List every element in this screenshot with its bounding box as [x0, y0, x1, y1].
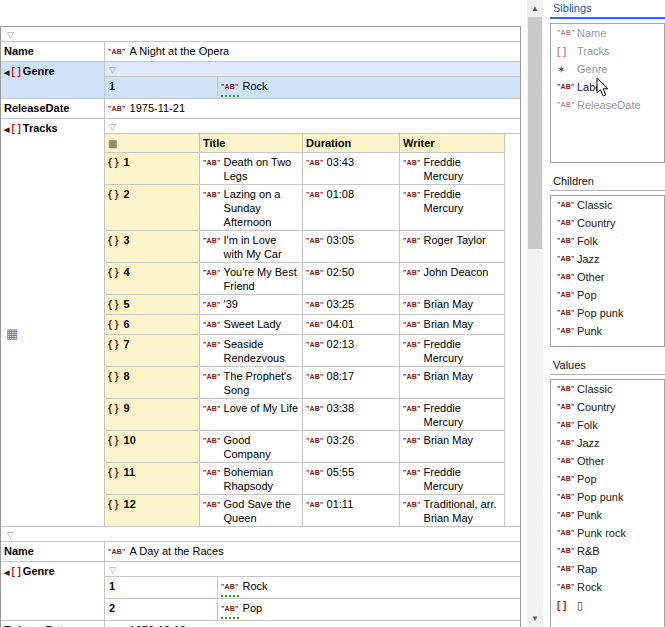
- track-title-cell[interactable]: Sweet Lady: [200, 315, 303, 334]
- track-index-cell[interactable]: 10: [105, 431, 200, 462]
- list-item[interactable]: Other: [551, 268, 664, 286]
- list-item[interactable]: Rock: [551, 578, 664, 596]
- releasedate-field-value[interactable]: 1975-11-21: [105, 99, 520, 118]
- releasedate-field-value[interactable]: 1976-12-10: [105, 621, 520, 627]
- track-duration-cell[interactable]: 03:38: [303, 399, 400, 430]
- list-item[interactable]: Pop punk: [551, 488, 664, 506]
- track-title-cell[interactable]: The Prophet's Song: [200, 367, 303, 398]
- name-field-label[interactable]: Name: [1, 42, 105, 61]
- tracks-field-label[interactable]: Tracks: [1, 119, 105, 526]
- track-writer-cell[interactable]: Brian May: [400, 431, 505, 462]
- releasedate-field-label[interactable]: ReleaseDate: [1, 621, 105, 627]
- genre-index-cell[interactable]: 2: [105, 599, 218, 620]
- track-title-cell[interactable]: Good Company: [200, 431, 303, 462]
- genre-filter-row[interactable]: [105, 562, 520, 577]
- list-item[interactable]: Other: [551, 452, 664, 470]
- track-title-cell[interactable]: Death on Two Legs: [200, 153, 303, 184]
- track-title-cell[interactable]: Bohemian Rhapsody: [200, 463, 303, 494]
- track-title-cell[interactable]: '39: [200, 295, 303, 314]
- track-duration-cell[interactable]: 03:26: [303, 431, 400, 462]
- scroll-up-button[interactable]: [527, 0, 543, 17]
- track-writer-cell[interactable]: John Deacon: [400, 263, 505, 294]
- releasedate-field-label[interactable]: ReleaseDate: [1, 99, 105, 118]
- list-item[interactable]: Pop punk: [551, 304, 664, 322]
- list-item[interactable]: Country: [551, 398, 664, 416]
- tracks-filter-row[interactable]: [105, 119, 520, 134]
- corner-header-cell[interactable]: [105, 134, 200, 152]
- track-duration-cell[interactable]: 03:43: [303, 153, 400, 184]
- list-item[interactable]: Genre: [551, 60, 664, 78]
- name-field-label[interactable]: Name: [1, 542, 105, 561]
- list-item[interactable]: Classic: [551, 196, 664, 214]
- track-index-cell[interactable]: 9: [105, 399, 200, 430]
- track-duration-cell[interactable]: 08:17: [303, 367, 400, 398]
- track-index-cell[interactable]: 1: [105, 153, 200, 184]
- track-duration-cell[interactable]: 03:05: [303, 231, 400, 262]
- track-index-cell[interactable]: 8: [105, 367, 200, 398]
- list-item[interactable]: Classic: [551, 380, 664, 398]
- genre-field-label[interactable]: Genre: [1, 62, 105, 98]
- track-index-cell[interactable]: 3: [105, 231, 200, 262]
- track-writer-cell[interactable]: Freddie Mercury: [400, 185, 505, 230]
- genre-index-cell[interactable]: 1: [105, 577, 218, 598]
- list-item[interactable]: Rap: [551, 560, 664, 578]
- album1-filter-row[interactable]: [1, 27, 520, 42]
- list-item[interactable]: Name: [551, 24, 664, 42]
- track-duration-cell[interactable]: 04:01: [303, 315, 400, 334]
- track-index-cell[interactable]: 12: [105, 495, 200, 526]
- title-column-header[interactable]: Title: [200, 134, 303, 152]
- track-writer-cell[interactable]: Freddie Mercury: [400, 153, 505, 184]
- genre-index-cell[interactable]: 1: [105, 77, 218, 98]
- track-duration-cell[interactable]: 02:13: [303, 335, 400, 366]
- collapse-icon[interactable]: [4, 564, 9, 580]
- writer-column-header[interactable]: Writer: [400, 134, 505, 152]
- track-title-cell[interactable]: Love of My Life: [200, 399, 303, 430]
- track-title-cell[interactable]: You're My Best Friend: [200, 263, 303, 294]
- scroll-down-button[interactable]: [527, 610, 543, 627]
- track-index-cell[interactable]: 4: [105, 263, 200, 294]
- track-index-cell[interactable]: 2: [105, 185, 200, 230]
- track-index-cell[interactable]: 7: [105, 335, 200, 366]
- collapse-icon[interactable]: [4, 121, 9, 137]
- duration-column-header[interactable]: Duration: [303, 134, 400, 152]
- track-writer-cell[interactable]: Freddie Mercury: [400, 399, 505, 430]
- track-writer-cell[interactable]: Freddie Mercury: [400, 335, 505, 366]
- track-title-cell[interactable]: Lazing on a Sunday Afternoon: [200, 185, 303, 230]
- track-writer-cell[interactable]: Roger Taylor: [400, 231, 505, 262]
- table-view-icon[interactable]: [6, 327, 102, 341]
- list-item[interactable]: ▯: [551, 596, 664, 614]
- list-item[interactable]: Country: [551, 214, 664, 232]
- track-duration-cell[interactable]: 01:08: [303, 185, 400, 230]
- list-item[interactable]: Label: [551, 78, 664, 96]
- list-item[interactable]: ReleaseDate: [551, 96, 664, 114]
- list-item[interactable]: Pop: [551, 286, 664, 304]
- track-index-cell[interactable]: 6: [105, 315, 200, 334]
- album2-filter-row[interactable]: [1, 527, 520, 542]
- name-field-value[interactable]: A Day at the Races: [105, 542, 520, 561]
- list-item[interactable]: Punk rock: [551, 524, 664, 542]
- genre-filter-row[interactable]: [105, 62, 520, 77]
- list-item[interactable]: Tracks: [551, 42, 664, 60]
- track-writer-cell[interactable]: Brian May: [400, 295, 505, 314]
- track-duration-cell[interactable]: 02:50: [303, 263, 400, 294]
- track-duration-cell[interactable]: 03:25: [303, 295, 400, 314]
- track-title-cell[interactable]: I'm in Love with My Car: [200, 231, 303, 262]
- vertical-scrollbar[interactable]: [527, 0, 543, 627]
- track-duration-cell[interactable]: 01:11: [303, 495, 400, 526]
- list-item[interactable]: Pop: [551, 470, 664, 488]
- track-title-cell[interactable]: God Save the Queen: [200, 495, 303, 526]
- track-index-cell[interactable]: 5: [105, 295, 200, 314]
- track-writer-cell[interactable]: Freddie Mercury: [400, 463, 505, 494]
- list-item[interactable]: Folk: [551, 232, 664, 250]
- list-item[interactable]: Punk: [551, 506, 664, 524]
- genre-value-cell[interactable]: Rock: [218, 577, 520, 598]
- track-title-cell[interactable]: Seaside Rendezvous: [200, 335, 303, 366]
- collapse-icon[interactable]: [4, 64, 9, 80]
- list-item[interactable]: Folk: [551, 416, 664, 434]
- genre-value-cell[interactable]: Rock: [218, 77, 520, 98]
- list-item[interactable]: R&B: [551, 542, 664, 560]
- track-writer-cell[interactable]: Brian May: [400, 367, 505, 398]
- track-index-cell[interactable]: 11: [105, 463, 200, 494]
- list-item[interactable]: Jazz: [551, 434, 664, 452]
- track-writer-cell[interactable]: Traditional, arr. Brian May: [400, 495, 505, 526]
